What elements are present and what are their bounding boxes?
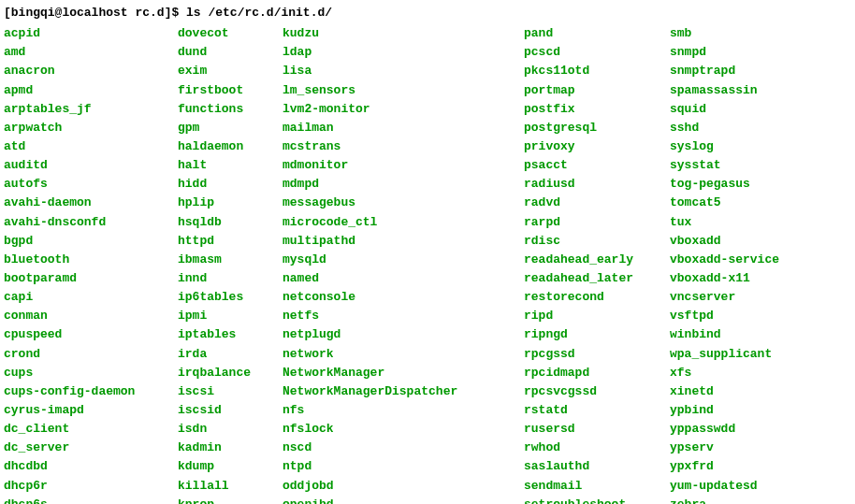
file-entry: exim [178, 62, 283, 80]
file-entry: kdump [178, 457, 283, 476]
file-entry: restorecond [524, 288, 670, 307]
file-entry: functions [178, 100, 283, 119]
file-entry: ip6tables [178, 288, 283, 307]
file-entry: arpwatch [4, 119, 178, 137]
file-entry: auditd [4, 156, 178, 175]
file-entry: bgpd [4, 232, 178, 251]
file-entry: cyrus-imapd [4, 401, 178, 420]
file-entry: openibd [283, 496, 524, 504]
file-entry: spamassassin [670, 81, 779, 100]
file-entry: snmptrapd [670, 62, 779, 80]
file-entry: ypxfrd [670, 457, 779, 476]
file-entry: dund [178, 43, 283, 62]
file-entry: cups-config-daemon [4, 382, 178, 401]
file-entry: hidd [178, 175, 283, 194]
file-entry: isdn [178, 420, 283, 439]
file-entry: radvd [524, 194, 670, 212]
file-entry: sshd [670, 119, 779, 137]
file-entry: snmpd [670, 43, 779, 62]
file-entry: cups [4, 364, 178, 382]
file-entry: pkcs11otd [524, 62, 670, 80]
file-entry: syslog [670, 137, 779, 156]
file-entry: portmap [524, 81, 670, 100]
file-entry: irqbalance [178, 364, 283, 382]
column-5: smbsnmpdsnmptrapdspamassassinsquidsshdsy… [670, 24, 779, 504]
file-entry: cpuspeed [4, 325, 178, 344]
file-entry: mdmonitor [283, 156, 524, 175]
file-entry: oddjobd [283, 477, 524, 496]
file-entry: ibmasm [178, 251, 283, 269]
file-entry: rpcsvcgssd [524, 382, 670, 401]
file-entry: xfs [670, 364, 779, 382]
file-entry: hplip [178, 194, 283, 212]
file-entry: ripngd [524, 325, 670, 344]
file-entry: wpa_supplicant [670, 345, 779, 364]
file-entry: ripd [524, 307, 670, 325]
column-2: dovecotdundeximfirstbootfunctionsgpmhald… [178, 24, 283, 504]
file-entry: winbind [670, 325, 779, 344]
file-entry: kudzu [283, 24, 524, 43]
file-entry: netfs [283, 307, 524, 325]
file-entry: lvm2-monitor [283, 100, 524, 119]
file-entry: psacct [524, 156, 670, 175]
file-entry: setroubleshoot [524, 496, 670, 504]
file-entry: rstatd [524, 401, 670, 420]
file-entry: netconsole [283, 288, 524, 307]
file-entry: tux [670, 213, 779, 232]
file-entry: ldap [283, 43, 524, 62]
ls-output: acpidamdanacronapmdarptables_jfarpwatcha… [4, 24, 851, 504]
file-entry: ypserv [670, 439, 779, 457]
file-entry: avahi-daemon [4, 194, 178, 212]
file-entry: rpcidmapd [524, 364, 670, 382]
file-entry: ypbind [670, 401, 779, 420]
file-entry: vboxadd-x11 [670, 269, 779, 288]
file-entry: lisa [283, 62, 524, 80]
file-entry: nfs [283, 401, 524, 420]
file-entry: vboxadd [670, 232, 779, 251]
file-entry: NetworkManagerDispatcher [283, 382, 524, 401]
file-entry: sendmail [524, 477, 670, 496]
file-entry: nscd [283, 439, 524, 457]
file-entry: readahead_later [524, 269, 670, 288]
file-entry: dhcp6r [4, 477, 178, 496]
file-entry: arptables_jf [4, 100, 178, 119]
file-entry: haldaemon [178, 137, 283, 156]
file-entry: anacron [4, 62, 178, 80]
file-entry: iscsid [178, 401, 283, 420]
file-entry: postgresql [524, 119, 670, 137]
file-entry: multipathd [283, 232, 524, 251]
file-entry: saslauthd [524, 457, 670, 476]
file-entry: acpid [4, 24, 178, 43]
column-1: acpidamdanacronapmdarptables_jfarpwatcha… [4, 24, 178, 504]
file-entry: xinetd [670, 382, 779, 401]
file-entry: kadmin [178, 439, 283, 457]
file-entry: mailman [283, 119, 524, 137]
file-entry: ntpd [283, 457, 524, 476]
file-entry: amd [4, 43, 178, 62]
file-entry: atd [4, 137, 178, 156]
file-entry: microcode_ctl [283, 213, 524, 232]
file-entry: dhcp6s [4, 496, 178, 504]
file-entry: crond [4, 345, 178, 364]
file-entry: tog-pegasus [670, 175, 779, 194]
file-entry: killall [178, 477, 283, 496]
file-entry: rarpd [524, 213, 670, 232]
file-entry: radiusd [524, 175, 670, 194]
file-entry: vsftpd [670, 307, 779, 325]
file-entry: httpd [178, 232, 283, 251]
file-entry: sysstat [670, 156, 779, 175]
file-entry: dc_client [4, 420, 178, 439]
file-entry: NetworkManager [283, 364, 524, 382]
file-entry: irda [178, 345, 283, 364]
file-entry: privoxy [524, 137, 670, 156]
column-3: kudzuldaplisalm_sensorslvm2-monitormailm… [283, 24, 524, 504]
file-entry: network [283, 345, 524, 364]
file-entry: iscsi [178, 382, 283, 401]
file-entry: bluetooth [4, 251, 178, 269]
file-entry: dc_server [4, 439, 178, 457]
file-entry: rusersd [524, 420, 670, 439]
file-entry: avahi-dnsconfd [4, 213, 178, 232]
file-entry: firstboot [178, 81, 283, 100]
shell-prompt: [bingqi@localhost rc.d]$ ls /etc/rc.d/in… [4, 4, 851, 22]
file-entry: gpm [178, 119, 283, 137]
